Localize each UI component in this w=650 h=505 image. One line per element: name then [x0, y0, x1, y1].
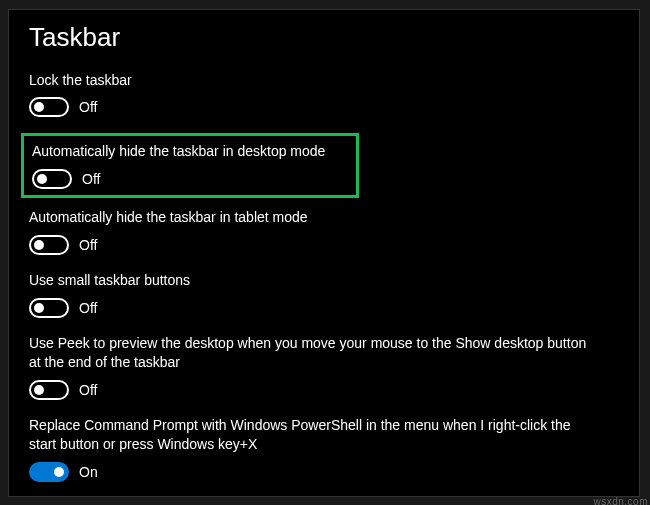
- setting-hide-desktop: Automatically hide the taskbar in deskto…: [21, 133, 359, 198]
- toggle-row: Off: [29, 298, 619, 318]
- toggle-state-label: Off: [79, 99, 97, 115]
- setting-small-buttons: Use small taskbar buttons Off: [29, 271, 619, 318]
- toggle-knob: [34, 385, 44, 395]
- toggle-row: Off: [32, 169, 348, 189]
- setting-hide-tablet: Automatically hide the taskbar in tablet…: [29, 208, 619, 255]
- setting-label: Automatically hide the taskbar in deskto…: [32, 142, 348, 161]
- toggle-state-label: On: [79, 464, 98, 480]
- toggle-row: On: [29, 462, 619, 482]
- setting-label: Replace Command Prompt with Windows Powe…: [29, 416, 589, 454]
- toggle-replace-cmd[interactable]: [29, 462, 69, 482]
- setting-replace-cmd: Replace Command Prompt with Windows Powe…: [29, 416, 619, 482]
- setting-label: Use Peek to preview the desktop when you…: [29, 334, 589, 372]
- page-title: Taskbar: [29, 22, 619, 53]
- setting-label: Lock the taskbar: [29, 71, 589, 90]
- toggle-knob: [34, 240, 44, 250]
- toggle-knob: [37, 174, 47, 184]
- toggle-row: Off: [29, 380, 619, 400]
- toggle-knob: [34, 303, 44, 313]
- toggle-knob: [34, 102, 44, 112]
- setting-lock-taskbar: Lock the taskbar Off: [29, 71, 619, 118]
- toggle-hide-desktop[interactable]: [32, 169, 72, 189]
- toggle-hide-tablet[interactable]: [29, 235, 69, 255]
- setting-use-peek: Use Peek to preview the desktop when you…: [29, 334, 619, 400]
- toggle-state-label: Off: [82, 171, 100, 187]
- toggle-small-buttons[interactable]: [29, 298, 69, 318]
- toggle-state-label: Off: [79, 382, 97, 398]
- setting-label: Automatically hide the taskbar in tablet…: [29, 208, 589, 227]
- toggle-knob: [54, 467, 64, 477]
- toggle-lock-taskbar[interactable]: [29, 97, 69, 117]
- toggle-use-peek[interactable]: [29, 380, 69, 400]
- toggle-state-label: Off: [79, 300, 97, 316]
- toggle-row: Off: [29, 97, 619, 117]
- taskbar-settings-panel: Taskbar Lock the taskbar Off Automatical…: [8, 9, 640, 497]
- source-watermark: wsxdn.com: [593, 496, 648, 505]
- toggle-state-label: Off: [79, 237, 97, 253]
- toggle-row: Off: [29, 235, 619, 255]
- setting-label: Use small taskbar buttons: [29, 271, 589, 290]
